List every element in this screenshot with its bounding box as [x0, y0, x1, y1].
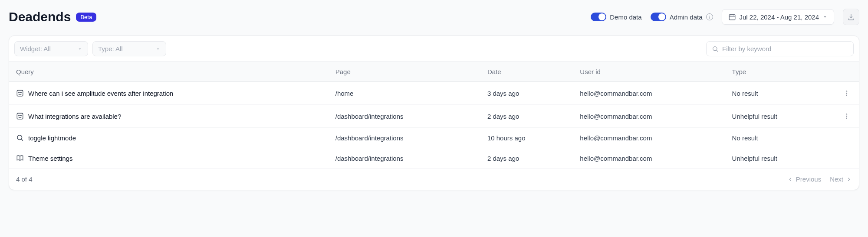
- svg-rect-6: [17, 90, 23, 96]
- svg-point-16: [846, 116, 847, 117]
- type-cell: Unhelpful result: [725, 148, 835, 169]
- date-cell: 10 hours ago: [480, 128, 573, 148]
- chevron-right-icon: [846, 176, 852, 182]
- chevron-down-icon: [155, 46, 161, 52]
- book-icon: [16, 154, 24, 162]
- more-button[interactable]: [842, 88, 852, 98]
- svg-point-11: [846, 94, 847, 95]
- copilot-icon: [16, 112, 24, 120]
- page-cell: /dashboard/integrations: [329, 148, 480, 169]
- svg-point-10: [846, 93, 847, 94]
- admin-data-toggle[interactable]: [651, 13, 666, 21]
- footer-count: 4 of 4: [16, 175, 33, 183]
- date-cell: 2 days ago: [480, 105, 573, 128]
- query-text: toggle lightmode: [28, 134, 76, 142]
- copilot-icon: [16, 89, 24, 97]
- svg-point-15: [846, 114, 847, 114]
- svg-rect-0: [729, 15, 735, 20]
- beta-badge: Beta: [76, 13, 96, 22]
- svg-rect-12: [17, 113, 23, 119]
- chevron-down-icon: [77, 46, 82, 52]
- header-user: User id: [573, 62, 725, 82]
- svg-line-5: [717, 50, 718, 52]
- info-icon[interactable]: i: [706, 13, 713, 20]
- next-label: Next: [830, 175, 843, 183]
- calendar-icon: [728, 13, 736, 21]
- search-icon: [16, 134, 24, 142]
- date-range-picker[interactable]: Jul 22, 2024 - Aug 21, 2024: [722, 9, 834, 25]
- previous-button[interactable]: Previous: [787, 175, 821, 183]
- svg-point-13: [19, 115, 20, 116]
- table-row[interactable]: Theme settings /dashboard/integrations 2…: [9, 148, 859, 169]
- svg-point-14: [20, 115, 21, 116]
- header-type: Type: [725, 62, 835, 82]
- query-text: Where can i see amplitude events after i…: [28, 90, 173, 97]
- download-button[interactable]: [843, 9, 859, 25]
- header-page: Page: [329, 62, 480, 82]
- svg-point-9: [846, 91, 847, 91]
- svg-point-17: [846, 117, 847, 118]
- type-cell: No result: [725, 128, 835, 148]
- previous-label: Previous: [796, 175, 821, 183]
- query-text: What integrations are available?: [28, 113, 121, 120]
- type-cell: Unhelpful result: [725, 105, 835, 128]
- widget-filter[interactable]: Widget: All: [14, 41, 88, 56]
- table-row[interactable]: Where can i see amplitude events after i…: [9, 82, 859, 105]
- table-row[interactable]: What integrations are available? /dashbo…: [9, 105, 859, 128]
- date-range-text: Jul 22, 2024 - Aug 21, 2024: [740, 13, 819, 21]
- query-text: Theme settings: [28, 155, 73, 162]
- demo-data-toggle[interactable]: [591, 13, 606, 21]
- table-row[interactable]: toggle lightmode /dashboard/integrations…: [9, 128, 859, 148]
- user-cell: hello@commandbar.com: [573, 82, 725, 105]
- chevron-down-icon: [822, 14, 828, 19]
- widget-filter-label: Widget: All: [20, 45, 51, 52]
- search-box[interactable]: [706, 41, 854, 56]
- chevron-left-icon: [787, 176, 793, 182]
- page-cell: /home: [329, 82, 480, 105]
- user-cell: hello@commandbar.com: [573, 105, 725, 128]
- admin-data-label: Admin data: [670, 13, 703, 21]
- page-title: Deadends: [9, 10, 71, 24]
- user-cell: hello@commandbar.com: [573, 148, 725, 169]
- svg-point-4: [713, 46, 717, 50]
- svg-point-8: [20, 92, 21, 93]
- user-cell: hello@commandbar.com: [573, 128, 725, 148]
- next-button[interactable]: Next: [830, 175, 852, 183]
- header-query: Query: [9, 62, 329, 82]
- demo-data-label: Demo data: [610, 13, 641, 21]
- search-icon: [712, 45, 719, 52]
- svg-point-18: [17, 135, 22, 140]
- type-filter[interactable]: Type: All: [92, 41, 166, 56]
- search-input[interactable]: [722, 45, 848, 52]
- page-cell: /dashboard/integrations: [329, 105, 480, 128]
- svg-line-19: [21, 139, 23, 140]
- header-date: Date: [480, 62, 573, 82]
- type-cell: No result: [725, 82, 835, 105]
- page-cell: /dashboard/integrations: [329, 128, 480, 148]
- download-icon: [847, 13, 855, 21]
- more-button[interactable]: [842, 111, 852, 121]
- date-cell: 3 days ago: [480, 82, 573, 105]
- type-filter-label: Type: All: [98, 45, 123, 52]
- date-cell: 2 days ago: [480, 148, 573, 169]
- svg-point-7: [19, 92, 20, 93]
